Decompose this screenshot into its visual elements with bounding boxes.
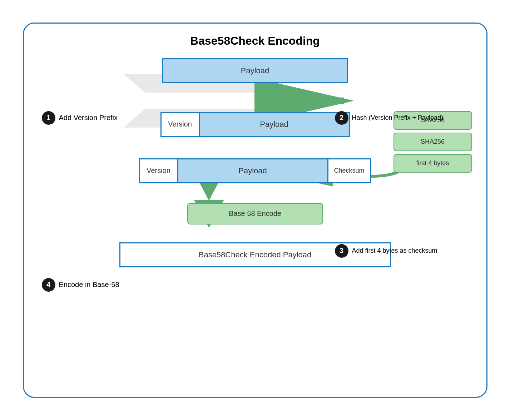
step3-badge: 3 Add first 4 bytes as checksum <box>335 244 437 258</box>
step1-label: Add Version Prefix <box>59 114 118 122</box>
row-payload-top: Payload <box>38 58 472 83</box>
payload-top-box: Payload <box>162 58 348 83</box>
layout-wrapper: 1 Add Version Prefix 2 Hash (Version Pre… <box>38 58 472 267</box>
step1-badge: 1 Add Version Prefix <box>42 111 118 125</box>
step1-circle: 1 <box>42 111 55 125</box>
arrow-gap-2 <box>38 224 472 242</box>
diagram-title: Base58Check Encoding <box>38 34 472 48</box>
step3-circle: 3 <box>335 244 348 258</box>
sha256-box-2: SHA256 <box>393 133 472 151</box>
payload-mid-box: Payload <box>200 112 350 137</box>
step4-badge: 4 Encode in Base-58 <box>42 278 119 292</box>
step4-circle: 4 <box>42 278 55 292</box>
step3-label: Add first 4 bytes as checksum <box>352 247 437 255</box>
version-box-bottom: Version <box>139 158 178 183</box>
step2-badge: 2 Hash (Version Prefix + Payload) <box>335 111 444 125</box>
step2-label: Hash (Version Prefix + Payload) <box>352 114 444 122</box>
version-box-mid: Version <box>160 112 200 137</box>
arrow-gap-1 <box>38 183 472 203</box>
funnel-gap-1 <box>38 83 472 112</box>
step2-circle: 2 <box>335 111 348 125</box>
step4-label: Encode in Base-58 <box>59 281 119 289</box>
base58-encode-box: Base 58 Encode <box>187 203 323 224</box>
checksum-box: Checksum <box>328 158 371 183</box>
diagram-container: Base58Check Encoding <box>23 23 487 398</box>
base58-row: Base 58 Encode <box>38 203 472 224</box>
first-bytes-box: first 4 bytes <box>393 154 472 173</box>
payload-bottom-box: Payload <box>178 158 328 183</box>
